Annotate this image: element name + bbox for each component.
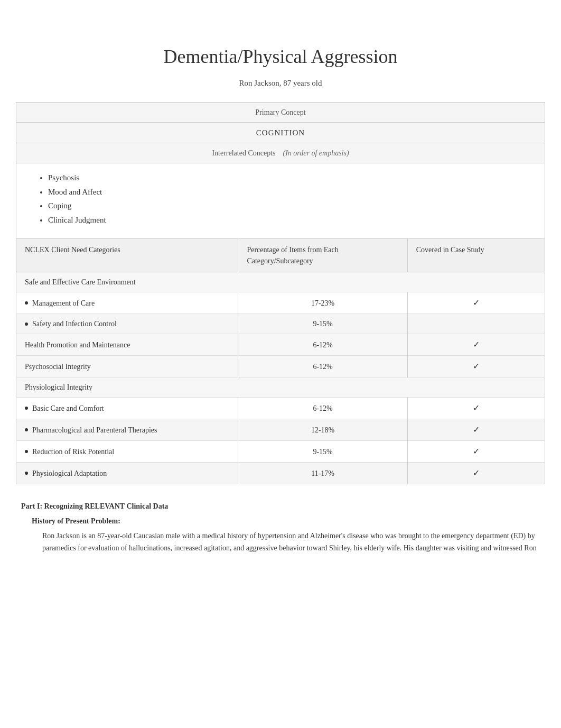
primary-concept-label: Primary Concept (16, 103, 545, 123)
table-header-row: NCLEX Client Need Categories Percentage … (16, 239, 545, 272)
bullet-dot (25, 322, 28, 326)
covered-cell: ✓ (407, 356, 545, 377)
category-cell: Pharmacological and Parenteral Therapies (16, 419, 238, 441)
table-row: Reduction of Risk Potential 9-15% ✓ (16, 441, 545, 463)
subtitle: Ron Jackson, 87 years old (16, 77, 545, 89)
bullet-section: Psychosis Mood and Affect Coping Clinica… (16, 163, 545, 239)
bullet-dot (25, 428, 28, 431)
checkmark-icon: ✓ (473, 340, 480, 349)
page-container: Dementia/Physical Aggression Ron Jackson… (0, 0, 561, 586)
covered-cell: ✓ (407, 441, 545, 463)
covered-cell: ✓ (407, 334, 545, 356)
checkmark-icon: ✓ (473, 447, 480, 456)
percentage-cell: 6-12% (238, 334, 407, 356)
category-cell: Management of Care (16, 292, 238, 314)
section-header-row: Physiological Integrity (16, 377, 545, 398)
percentage-cell: 9-15% (238, 441, 407, 463)
table-row: Basic Care and Comfort 6-12% ✓ (16, 398, 545, 419)
interrelated-label: Interrelated Concepts (In order of empha… (16, 143, 545, 163)
checkmark-icon: ✓ (473, 403, 480, 412)
percentage-cell: 17-23% (238, 292, 407, 314)
part-label: Part I: Recognizing RELEVANT Clinical Da… (21, 500, 540, 513)
percentage-cell: 6-12% (238, 398, 407, 419)
category-cell: Reduction of Risk Potential (16, 441, 238, 463)
body-text: Ron Jackson is an 87-year-old Caucasian … (42, 530, 540, 555)
bullet-dot (25, 472, 28, 475)
checkmark-icon: ✓ (473, 362, 480, 371)
concept-block: Primary Concept COGNITION Interrelated C… (16, 102, 545, 164)
section-header-row: Safe and Effective Care Environment (16, 272, 545, 292)
col-header-covered: Covered in Case Study (407, 239, 545, 272)
history-label: History of Present Problem: (32, 515, 540, 528)
category-cell: Safety and Infection Control (16, 314, 238, 334)
covered-cell: ✓ (407, 419, 545, 441)
bullet-dot (25, 301, 28, 305)
text-section: Part I: Recognizing RELEVANT Clinical Da… (16, 500, 545, 555)
main-title: Dementia/Physical Aggression (16, 42, 545, 71)
covered-cell: ✓ (407, 292, 545, 314)
table-row: Management of Care 17-23% ✓ (16, 292, 545, 314)
col-header-category: NCLEX Client Need Categories (16, 239, 238, 272)
section-header-cell: Health Promotion and Maintenance (16, 334, 238, 356)
covered-cell (407, 314, 545, 334)
col-header-percentage: Percentage of Items from Each Category/S… (238, 239, 407, 272)
cognition-value: COGNITION (16, 123, 545, 144)
section-header-cell: Safe and Effective Care Environment (16, 272, 545, 292)
percentage-cell: 9-15% (238, 314, 407, 334)
checkmark-icon: ✓ (473, 298, 480, 307)
table-row: Physiological Adaptation 11-17% ✓ (16, 463, 545, 484)
bullet-dot (25, 450, 28, 453)
covered-cell: ✓ (407, 463, 545, 484)
covered-cell: ✓ (407, 398, 545, 419)
section-header-row: Health Promotion and Maintenance 6-12% ✓ (16, 334, 545, 356)
table-row: Pharmacological and Parenteral Therapies… (16, 419, 545, 441)
bullet-dot (25, 407, 28, 410)
percentage-cell: 6-12% (238, 356, 407, 377)
list-item: Psychosis (48, 172, 529, 184)
list-item: Clinical Judgment (48, 214, 529, 226)
checkmark-icon: ✓ (473, 468, 480, 477)
category-cell: Physiological Adaptation (16, 463, 238, 484)
list-item: Mood and Affect (48, 186, 529, 198)
checkmark-icon: ✓ (473, 425, 480, 434)
table-row: Safety and Infection Control 9-15% (16, 314, 545, 334)
percentage-cell: 11-17% (238, 463, 407, 484)
interrelated-concepts-list: Psychosis Mood and Affect Coping Clinica… (43, 172, 529, 226)
category-cell: Basic Care and Comfort (16, 398, 238, 419)
section-header-cell: Physiological Integrity (16, 377, 545, 398)
nclex-table: NCLEX Client Need Categories Percentage … (16, 239, 545, 484)
section-header-cell: Psychosocial Integrity (16, 356, 238, 377)
percentage-cell: 12-18% (238, 419, 407, 441)
section-header-row: Psychosocial Integrity 6-12% ✓ (16, 356, 545, 377)
list-item: Coping (48, 200, 529, 212)
